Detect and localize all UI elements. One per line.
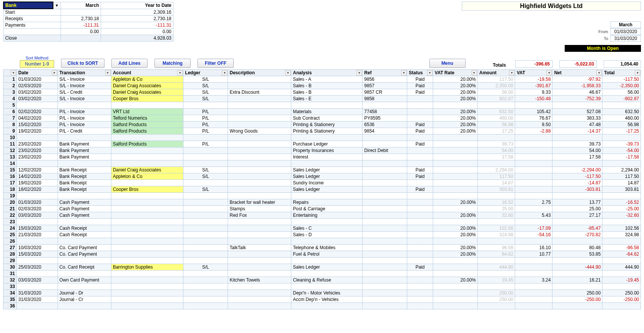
cell-account[interactable]	[111, 134, 183, 141]
cell-ledger[interactable]	[183, 225, 228, 232]
table-row[interactable]: 1719/02/2020Bank ReceiptSundry Income14.…	[3, 180, 641, 186]
col-account-header[interactable]: Account▾	[111, 70, 183, 76]
cell-amount[interactable]	[477, 283, 515, 290]
cell-ref[interactable]	[363, 303, 407, 309]
cell-account[interactable]: Salford Products	[111, 128, 183, 134]
cell-ledger[interactable]: S/L	[183, 76, 228, 83]
cell-total[interactable]: 303.81	[602, 186, 641, 193]
cell-analysis[interactable]	[291, 219, 363, 225]
row-number[interactable]: 30	[3, 264, 17, 271]
table-row[interactable]: 2001/03/2020Cash PaymentBracket for wall…	[3, 199, 641, 206]
cell-amount[interactable]: 54.00	[477, 147, 515, 154]
cell-total[interactable]: -64.62	[602, 251, 641, 258]
cell-net[interactable]: -444.90	[552, 264, 602, 271]
cell-date[interactable]: 21/03/2020	[17, 232, 58, 238]
table-row[interactable]: 5	[3, 102, 641, 109]
cell-net[interactable]: 80.48	[552, 245, 602, 251]
cell-vat[interactable]	[515, 167, 552, 173]
sort-method-value[interactable]: Number 1-9	[20, 60, 54, 68]
cell-account[interactable]: Daniel Craig Associates	[111, 83, 183, 89]
row-number[interactable]: 2	[3, 83, 17, 89]
cell-date[interactable]: 23/02/2020	[17, 154, 58, 160]
cell-amount[interactable]	[477, 238, 515, 245]
cell-date[interactable]	[17, 283, 58, 290]
cell-description[interactable]	[228, 271, 291, 277]
cell-total[interactable]: -2,350.00	[602, 83, 641, 89]
cell-transaction[interactable]: Bank Receipt	[58, 167, 111, 173]
cell-description[interactable]	[228, 83, 291, 89]
cell-account[interactable]: Appleton & Co	[111, 76, 183, 83]
cell-date[interactable]: 02/03/2020	[17, 83, 58, 89]
cell-date[interactable]: 01/03/2020	[17, 199, 58, 206]
cell-analysis[interactable]: Post & Carriage	[291, 206, 363, 212]
cell-total[interactable]	[602, 238, 641, 245]
cell-description[interactable]	[228, 296, 291, 303]
cell-ref[interactable]: 77458	[363, 109, 407, 115]
cell-vatrate[interactable]: 20.00%	[433, 76, 478, 83]
cell-ledger[interactable]	[183, 258, 228, 264]
cell-amount[interactable]: 39.73	[477, 141, 515, 147]
cell-ledger[interactable]	[183, 199, 228, 206]
col-vatrate-header[interactable]: VAT Rate▾	[433, 70, 478, 76]
table-row[interactable]: 2521/03/2020Cash ReceiptSales - D20.00%3…	[3, 232, 641, 238]
transactions-table[interactable]: ▾ Date▾ Transaction▾ Account▾ Ledger▾ De…	[3, 69, 641, 309]
table-row[interactable]: 10	[3, 134, 641, 141]
cell-ref[interactable]	[363, 154, 407, 160]
cell-vat[interactable]	[515, 264, 552, 271]
cell-account[interactable]: Cooper Bros	[111, 186, 183, 193]
cell-account[interactable]: Daniel Craig Associates	[111, 89, 183, 96]
cell-analysis[interactable]: Depr'n - Motor Vehicles	[291, 290, 363, 296]
cell-ref[interactable]: 9858	[363, 96, 407, 102]
cell-analysis[interactable]: Entertaining	[291, 212, 363, 219]
cell-amount[interactable]	[477, 160, 515, 167]
cell-vat[interactable]	[515, 173, 552, 180]
cell-net[interactable]	[552, 271, 602, 277]
cell-amount[interactable]: 117.50	[477, 76, 515, 83]
cell-net[interactable]	[552, 238, 602, 245]
cell-account[interactable]	[111, 212, 183, 219]
cell-amount[interactable]	[477, 102, 515, 109]
cell-amount[interactable]: 2,350.00	[477, 83, 515, 89]
cell-total[interactable]: 632.50	[602, 109, 641, 115]
cell-ledger[interactable]	[183, 193, 228, 199]
cell-ref[interactable]	[363, 245, 407, 251]
cell-total[interactable]	[602, 102, 641, 109]
table-row[interactable]: 101/03/2020S/L - InvoiceAppleton & CoS/L…	[3, 76, 641, 83]
cell-analysis[interactable]: Sales Ledger	[291, 186, 363, 193]
bank-header[interactable]: Bank	[3, 2, 53, 9]
cell-amount[interactable]: 17.58	[477, 154, 515, 160]
cell-date[interactable]: 31/03/2020	[17, 290, 58, 296]
cell-vatrate[interactable]	[433, 290, 478, 296]
cell-vatrate[interactable]	[433, 296, 478, 303]
cell-vat[interactable]: 10.77	[515, 251, 552, 258]
cell-amount[interactable]: 303.81	[477, 186, 515, 193]
cell-vat[interactable]	[515, 219, 552, 225]
cell-vatrate[interactable]: 20.00%	[433, 89, 478, 96]
cell-net[interactable]: -2,294.00	[552, 167, 602, 173]
cell-analysis[interactable]: Telephone & Mobiles	[291, 245, 363, 251]
cell-net[interactable]: 250.00	[552, 290, 602, 296]
cell-ref[interactable]	[363, 232, 407, 238]
cell-analysis[interactable]	[291, 271, 363, 277]
row-number[interactable]: 11	[3, 141, 17, 147]
cell-analysis[interactable]: Purchase Ledger	[291, 141, 363, 147]
cell-total[interactable]: -32.60	[602, 212, 641, 219]
cell-vatrate[interactable]	[433, 102, 478, 109]
row-number[interactable]: 29	[3, 258, 17, 264]
cell-vatrate[interactable]	[433, 173, 478, 180]
cell-ledger[interactable]: P/L	[183, 122, 228, 128]
cell-description[interactable]: Extra Discount	[228, 89, 291, 96]
row-number[interactable]: 26	[3, 238, 17, 245]
filter-icon[interactable]: ▾	[509, 70, 514, 75]
cell-analysis[interactable]: Printing & Stationery	[291, 128, 363, 134]
table-row[interactable]: 36	[3, 303, 641, 309]
cell-analysis[interactable]: Fuel & Petrol	[291, 251, 363, 258]
cell-date[interactable]: 18/02/2020	[17, 186, 58, 193]
cell-net[interactable]: -1,958.33	[552, 83, 602, 89]
cell-amount[interactable]: 56.00	[477, 89, 515, 96]
cell-total[interactable]	[602, 283, 641, 290]
table-row[interactable]: 3203/03/2020Own Card PaymentKitchen Towe…	[3, 277, 641, 283]
cell-status[interactable]	[407, 277, 433, 283]
cell-ref[interactable]	[363, 206, 407, 212]
cell-date[interactable]: 02/02/2020	[17, 109, 58, 115]
